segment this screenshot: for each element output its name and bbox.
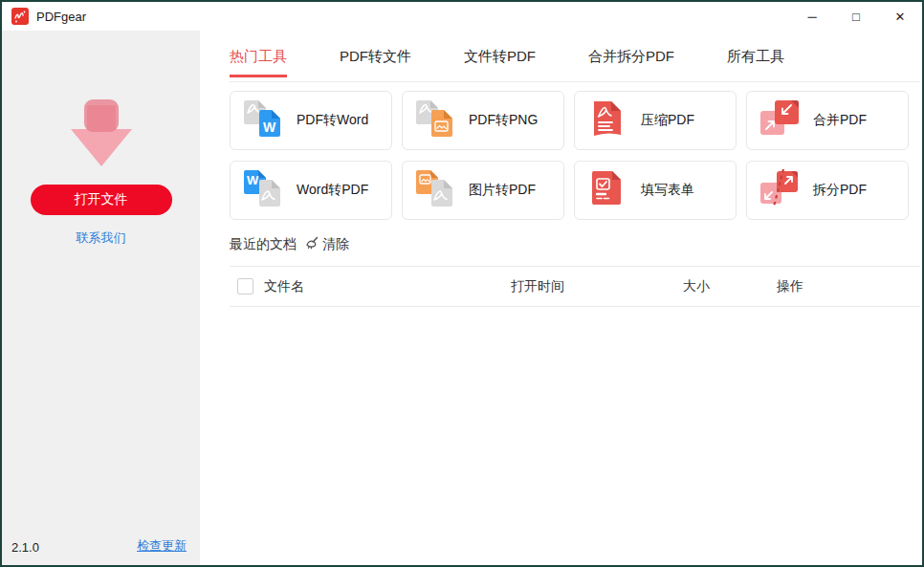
card-image-to-pdf[interactable]: 图片转PDF (402, 161, 564, 220)
tab-file-to-pdf[interactable]: 文件转PDF (464, 48, 536, 77)
sidebar: 打开文件 联系我们 2.1.0 检查更新 (2, 31, 200, 565)
pdfgear-window: PDFgear ─ □ ✕ 打开文件 联系我们 2.1.0 检查更新 (0, 0, 924, 567)
word-to-pdf-icon: W (241, 166, 285, 214)
column-header-open-time: 打开时间 (511, 278, 683, 295)
split-pdf-icon (758, 166, 802, 214)
recent-files-table-header: 文件名 打开时间 大小 操作 (230, 266, 920, 307)
card-label: PDF转PNG (469, 112, 538, 129)
card-label: 填写表单 (641, 182, 694, 199)
card-word-to-pdf[interactable]: W Word转PDF (230, 161, 392, 220)
tab-all-tools[interactable]: 所有工具 (727, 48, 784, 77)
contact-us-link[interactable]: 联系我们 (77, 229, 126, 247)
tabs-divider (230, 81, 920, 82)
pdf-to-png-icon (413, 97, 457, 144)
column-header-size: 大小 (683, 278, 777, 295)
app-title: PDFgear (36, 10, 86, 24)
card-pdf-to-png[interactable]: PDF转PNG (402, 91, 564, 150)
card-label: 合并PDF (813, 112, 867, 129)
card-label: 拆分PDF (813, 182, 867, 199)
merge-pdf-icon (758, 97, 802, 144)
column-header-filename: 文件名 (264, 278, 511, 295)
card-compress-pdf[interactable]: 压缩PDF (574, 91, 737, 150)
maximize-icon[interactable]: □ (834, 2, 878, 31)
recent-documents-row: 最近的文档 清除 (230, 236, 922, 253)
tab-hot-tools[interactable]: 热门工具 (230, 48, 287, 77)
tool-cards-grid: W PDF转Word (230, 91, 922, 220)
card-label: 图片转PDF (469, 182, 536, 199)
recent-documents-title: 最近的文档 (230, 236, 297, 253)
pdf-to-word-icon: W (241, 97, 285, 144)
compress-pdf-icon (585, 97, 629, 144)
tab-pdf-to-file[interactable]: PDF转文件 (340, 48, 411, 77)
card-split-pdf[interactable]: 拆分PDF (746, 161, 909, 220)
svg-text:W: W (263, 120, 276, 135)
clear-recent-button[interactable]: 清除 (304, 236, 349, 253)
card-fill-form[interactable]: 填写表单 (574, 161, 737, 220)
select-all-checkbox[interactable] (237, 278, 253, 294)
clear-recent-label: 清除 (322, 236, 349, 253)
recent-files-table-body (230, 307, 922, 565)
column-header-actions: 操作 (777, 278, 920, 295)
close-icon[interactable]: ✕ (878, 2, 922, 31)
card-label: Word转PDF (297, 182, 368, 199)
version-label: 2.1.0 (11, 540, 39, 555)
check-update-link[interactable]: 检查更新 (137, 537, 187, 555)
titlebar: PDFgear ─ □ ✕ (2, 2, 922, 31)
broom-icon (304, 236, 319, 253)
open-file-button[interactable]: 打开文件 (31, 185, 172, 215)
select-all-cell (230, 278, 264, 294)
card-label: 压缩PDF (641, 112, 694, 129)
main-panel: 热门工具 PDF转文件 文件转PDF 合并拆分PDF 所有工具 (200, 31, 922, 565)
card-merge-pdf[interactable]: 合并PDF (746, 91, 909, 150)
minimize-icon[interactable]: ─ (790, 2, 834, 31)
sidebar-footer: 2.1.0 检查更新 (2, 537, 200, 565)
card-pdf-to-word[interactable]: W PDF转Word (230, 91, 392, 150)
tab-bar: 热门工具 PDF转文件 文件转PDF 合并拆分PDF 所有工具 (230, 48, 922, 77)
download-arrow-icon (46, 99, 157, 174)
tab-merge-split-pdf[interactable]: 合并拆分PDF (588, 48, 674, 77)
pdfgear-logo-icon (11, 8, 29, 25)
card-label: PDF转Word (297, 112, 368, 129)
image-to-pdf-icon (413, 166, 457, 214)
svg-text:W: W (247, 173, 259, 187)
window-controls: ─ □ ✕ (790, 2, 922, 31)
fill-form-icon (585, 166, 629, 214)
